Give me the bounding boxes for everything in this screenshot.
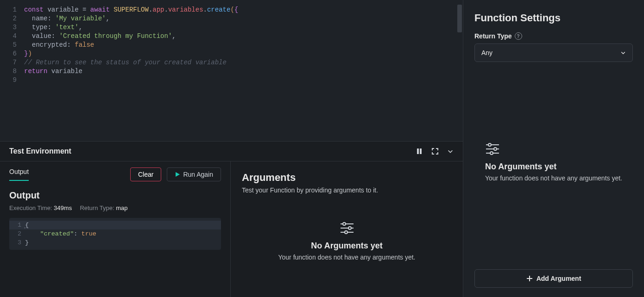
execution-time-value: 349ms bbox=[54, 204, 72, 211]
line-gutter: 123456789 bbox=[0, 6, 24, 141]
sidebar-title: Function Settings bbox=[474, 12, 633, 24]
sliders-icon bbox=[340, 222, 354, 235]
return-type-select[interactable]: Any bbox=[474, 43, 633, 62]
arguments-heading: Arguments bbox=[242, 172, 452, 184]
clear-button[interactable]: Clear bbox=[130, 167, 161, 181]
plus-icon bbox=[526, 275, 533, 282]
chevron-down-icon[interactable] bbox=[447, 148, 454, 155]
help-icon[interactable]: ? bbox=[515, 32, 522, 40]
pause-icon[interactable] bbox=[416, 148, 423, 155]
add-argument-button[interactable]: Add Argument bbox=[474, 269, 633, 288]
arguments-empty-body: Your function does not have any argument… bbox=[278, 254, 415, 261]
return-type-value: map bbox=[116, 204, 127, 211]
expand-icon[interactable] bbox=[431, 148, 439, 155]
svg-point-9 bbox=[488, 143, 491, 146]
svg-point-5 bbox=[348, 227, 351, 229]
run-again-button[interactable]: Run Again bbox=[167, 167, 221, 181]
tab-output[interactable]: Output bbox=[9, 168, 29, 181]
svg-rect-1 bbox=[420, 148, 422, 154]
arguments-empty-title: No Arguments yet bbox=[311, 241, 382, 251]
chevron-down-icon bbox=[620, 50, 626, 56]
output-heading: Output bbox=[9, 190, 221, 201]
return-type-label: Return Type ? bbox=[474, 32, 633, 40]
code-editor[interactable]: 123456789 const variable = await SUPERFL… bbox=[0, 0, 463, 141]
arguments-subtitle: Test your Function by providing argument… bbox=[242, 186, 452, 194]
svg-point-13 bbox=[490, 152, 493, 155]
run-button-label: Run Again bbox=[183, 171, 213, 178]
svg-point-7 bbox=[345, 231, 347, 234]
add-argument-label: Add Argument bbox=[537, 275, 581, 282]
play-icon bbox=[175, 172, 180, 177]
svg-point-3 bbox=[343, 223, 346, 225]
output-json[interactable]: 1▾{2 "created": true3} bbox=[9, 218, 221, 250]
svg-rect-0 bbox=[417, 148, 419, 154]
clear-button-label: Clear bbox=[138, 171, 153, 178]
test-env-header: Test Environment bbox=[0, 141, 463, 161]
test-env-title: Test Environment bbox=[9, 147, 71, 155]
code-area[interactable]: const variable = await SUPERFLOW.app.var… bbox=[24, 6, 463, 141]
sidebar-empty-title: No Arguments yet bbox=[485, 162, 556, 172]
output-meta: Execution Time: 349ms Return Type: map bbox=[9, 204, 221, 211]
editor-scrollbar[interactable] bbox=[457, 5, 462, 32]
output-tab-row: Output Clear Run Again bbox=[0, 161, 230, 184]
svg-point-11 bbox=[494, 148, 497, 150]
sidebar-arguments-empty: No Arguments yet Your function does not … bbox=[485, 142, 622, 182]
return-type-selected: Any bbox=[481, 49, 492, 56]
sidebar-empty-body: Your function does not have any argument… bbox=[485, 174, 622, 182]
sliders-icon bbox=[485, 142, 500, 155]
arguments-empty-state: No Arguments yet Your function does not … bbox=[242, 222, 452, 261]
